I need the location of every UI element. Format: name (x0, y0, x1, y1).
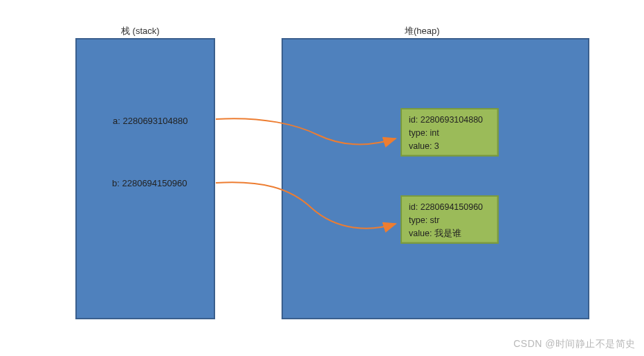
obj1-id-value: 2280693104880 (421, 115, 483, 125)
stack-title: 栈 (stack) (121, 25, 160, 37)
heap-object-str: id: 2280694150960 type: str value: 我是谁 (401, 195, 499, 244)
watermark: CSDN @时间静止不是简史 (513, 338, 636, 350)
obj2-type-label: type: (409, 215, 430, 225)
obj1-id-label: id: (409, 115, 421, 125)
obj2-id-label: id: (409, 202, 421, 212)
obj1-type-label: type: (409, 128, 430, 138)
heap-object-int: id: 2280693104880 type: int value: 3 (401, 108, 499, 157)
obj1-value-label: value: (409, 141, 434, 151)
obj2-id-value: 2280694150960 (421, 202, 483, 212)
stack-var-b: b: 2280694150960 (112, 178, 187, 188)
obj2-value-line: value: 我是谁 (409, 227, 490, 240)
obj1-type-value: int (430, 128, 439, 138)
obj2-value-value: 我是谁 (434, 229, 461, 238)
var-b-id: 2280694150960 (122, 178, 187, 188)
obj2-value-label: value: (409, 229, 434, 238)
obj1-value-line: value: 3 (409, 140, 490, 153)
var-a-id: 2280693104880 (122, 116, 187, 126)
obj2-id-line: id: 2280694150960 (409, 201, 490, 214)
obj1-type-line: type: int (409, 127, 490, 140)
stack-container: a: 2280693104880 b: 2280694150960 (75, 38, 215, 319)
obj2-type-line: type: str (409, 214, 490, 227)
heap-container: id: 2280693104880 type: int value: 3 id:… (282, 38, 589, 319)
stack-var-a: a: 2280693104880 (113, 116, 187, 126)
obj1-value-value: 3 (434, 141, 439, 151)
obj1-id-line: id: 2280693104880 (409, 114, 490, 127)
obj2-type-value: str (430, 215, 440, 225)
heap-title: 堆(heap) (405, 25, 440, 37)
